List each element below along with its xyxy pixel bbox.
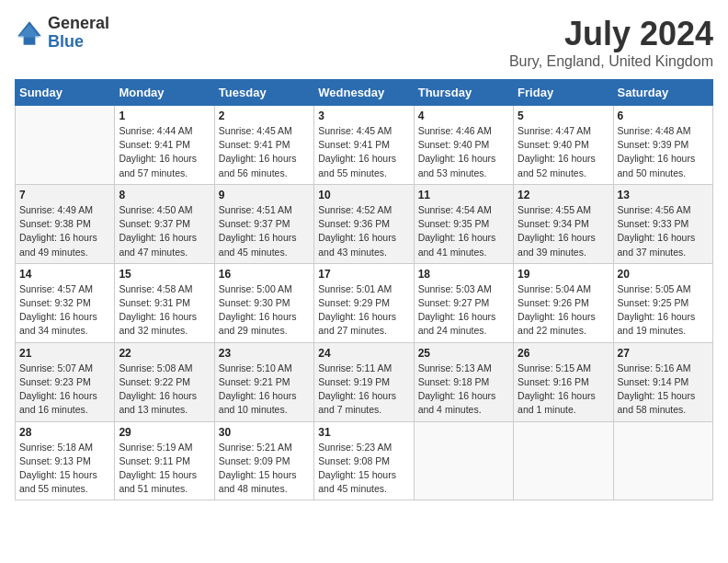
title-area: July 2024 Bury, England, United Kingdom <box>509 15 713 70</box>
day-info: Sunrise: 4:45 AM Sunset: 9:41 PM Dayligh… <box>219 124 310 180</box>
header-row: SundayMondayTuesdayWednesdayThursdayFrid… <box>16 80 713 106</box>
calendar-cell: 8Sunrise: 4:50 AM Sunset: 9:37 PM Daylig… <box>115 184 214 263</box>
week-row-4: 21Sunrise: 5:07 AM Sunset: 9:23 PM Dayli… <box>16 342 713 421</box>
calendar-cell: 26Sunrise: 5:15 AM Sunset: 9:16 PM Dayli… <box>514 342 613 421</box>
column-header-monday: Monday <box>115 80 214 106</box>
calendar-cell: 13Sunrise: 4:56 AM Sunset: 9:33 PM Dayli… <box>613 184 712 263</box>
day-number: 10 <box>318 189 409 201</box>
calendar-cell: 27Sunrise: 5:16 AM Sunset: 9:14 PM Dayli… <box>613 342 712 421</box>
calendar-cell: 29Sunrise: 5:19 AM Sunset: 9:11 PM Dayli… <box>115 421 214 500</box>
day-number: 14 <box>19 268 110 281</box>
calendar-cell <box>16 106 115 185</box>
calendar-cell: 3Sunrise: 4:45 AM Sunset: 9:41 PM Daylig… <box>314 106 414 185</box>
calendar-cell <box>613 421 712 500</box>
day-info: Sunrise: 5:07 AM Sunset: 9:23 PM Dayligh… <box>19 362 110 418</box>
day-info: Sunrise: 4:54 AM Sunset: 9:35 PM Dayligh… <box>418 203 509 259</box>
calendar-cell: 5Sunrise: 4:47 AM Sunset: 9:40 PM Daylig… <box>514 106 613 185</box>
calendar-cell: 9Sunrise: 4:51 AM Sunset: 9:37 PM Daylig… <box>214 184 313 263</box>
day-number: 25 <box>418 347 509 360</box>
day-number: 8 <box>119 189 210 201</box>
day-info: Sunrise: 4:56 AM Sunset: 9:33 PM Dayligh… <box>618 203 709 259</box>
calendar-cell: 7Sunrise: 4:49 AM Sunset: 9:38 PM Daylig… <box>16 184 115 263</box>
day-number: 26 <box>518 347 609 360</box>
day-number: 4 <box>418 109 509 122</box>
day-info: Sunrise: 5:10 AM Sunset: 9:21 PM Dayligh… <box>219 362 310 418</box>
day-info: Sunrise: 4:47 AM Sunset: 9:40 PM Dayligh… <box>518 124 609 180</box>
day-number: 29 <box>119 426 210 439</box>
week-row-5: 28Sunrise: 5:18 AM Sunset: 9:13 PM Dayli… <box>16 421 713 500</box>
day-info: Sunrise: 5:00 AM Sunset: 9:30 PM Dayligh… <box>219 282 310 339</box>
calendar-cell: 2Sunrise: 4:45 AM Sunset: 9:41 PM Daylig… <box>214 106 313 185</box>
day-number: 18 <box>418 268 509 281</box>
day-number: 3 <box>318 109 409 122</box>
day-info: Sunrise: 5:16 AM Sunset: 9:14 PM Dayligh… <box>618 362 709 418</box>
week-row-1: 1Sunrise: 4:44 AM Sunset: 9:41 PM Daylig… <box>16 106 713 185</box>
logo-blue-label: Blue <box>48 33 109 52</box>
day-info: Sunrise: 4:49 AM Sunset: 9:38 PM Dayligh… <box>19 203 110 259</box>
column-header-tuesday: Tuesday <box>214 80 313 106</box>
calendar-cell: 14Sunrise: 4:57 AM Sunset: 9:32 PM Dayli… <box>16 263 115 342</box>
logo-general-label: General <box>48 15 109 33</box>
week-row-2: 7Sunrise: 4:49 AM Sunset: 9:38 PM Daylig… <box>16 184 713 263</box>
day-number: 16 <box>219 268 310 281</box>
column-header-wednesday: Wednesday <box>314 80 414 106</box>
day-number: 12 <box>518 189 609 201</box>
calendar-cell: 12Sunrise: 4:55 AM Sunset: 9:34 PM Dayli… <box>514 184 613 263</box>
calendar-cell: 18Sunrise: 5:03 AM Sunset: 9:27 PM Dayli… <box>414 263 513 342</box>
calendar-cell: 11Sunrise: 4:54 AM Sunset: 9:35 PM Dayli… <box>414 184 513 263</box>
day-info: Sunrise: 5:19 AM Sunset: 9:11 PM Dayligh… <box>119 441 210 497</box>
column-header-friday: Friday <box>514 80 613 106</box>
day-info: Sunrise: 4:48 AM Sunset: 9:39 PM Dayligh… <box>618 124 709 180</box>
day-number: 30 <box>219 426 310 439</box>
day-info: Sunrise: 4:50 AM Sunset: 9:37 PM Dayligh… <box>119 203 210 259</box>
calendar-cell <box>414 421 513 500</box>
page-header: General Blue July 2024 Bury, England, Un… <box>15 15 713 70</box>
calendar-cell: 19Sunrise: 5:04 AM Sunset: 9:26 PM Dayli… <box>514 263 613 342</box>
day-info: Sunrise: 4:45 AM Sunset: 9:41 PM Dayligh… <box>318 124 409 180</box>
day-number: 15 <box>119 268 210 281</box>
day-info: Sunrise: 5:15 AM Sunset: 9:16 PM Dayligh… <box>518 362 609 418</box>
calendar-cell: 1Sunrise: 4:44 AM Sunset: 9:41 PM Daylig… <box>115 106 214 185</box>
calendar-cell: 24Sunrise: 5:11 AM Sunset: 9:19 PM Dayli… <box>314 342 414 421</box>
day-number: 28 <box>19 426 110 439</box>
calendar-header: SundayMondayTuesdayWednesdayThursdayFrid… <box>16 80 713 106</box>
day-number: 5 <box>518 109 609 122</box>
day-info: Sunrise: 4:55 AM Sunset: 9:34 PM Dayligh… <box>518 203 609 259</box>
day-number: 2 <box>219 109 310 122</box>
month-title: July 2024 <box>509 15 713 53</box>
location-title: Bury, England, United Kingdom <box>509 53 713 70</box>
day-info: Sunrise: 4:44 AM Sunset: 9:41 PM Dayligh… <box>119 124 210 180</box>
logo-text: General Blue <box>48 15 109 52</box>
day-info: Sunrise: 4:52 AM Sunset: 9:36 PM Dayligh… <box>318 203 409 259</box>
column-header-saturday: Saturday <box>613 80 712 106</box>
day-number: 6 <box>618 109 709 122</box>
day-info: Sunrise: 4:46 AM Sunset: 9:40 PM Dayligh… <box>418 124 509 180</box>
day-number: 13 <box>618 189 709 201</box>
day-info: Sunrise: 5:18 AM Sunset: 9:13 PM Dayligh… <box>19 441 110 497</box>
calendar-cell <box>514 421 613 500</box>
day-number: 7 <box>19 189 110 201</box>
day-info: Sunrise: 5:04 AM Sunset: 9:26 PM Dayligh… <box>518 282 609 339</box>
day-number: 1 <box>119 109 210 122</box>
day-number: 23 <box>219 347 310 360</box>
calendar-cell: 30Sunrise: 5:21 AM Sunset: 9:09 PM Dayli… <box>214 421 313 500</box>
day-info: Sunrise: 4:57 AM Sunset: 9:32 PM Dayligh… <box>19 282 110 339</box>
day-number: 24 <box>318 347 409 360</box>
calendar-cell: 31Sunrise: 5:23 AM Sunset: 9:08 PM Dayli… <box>314 421 414 500</box>
column-header-sunday: Sunday <box>16 80 115 106</box>
calendar-cell: 10Sunrise: 4:52 AM Sunset: 9:36 PM Dayli… <box>314 184 414 263</box>
week-row-3: 14Sunrise: 4:57 AM Sunset: 9:32 PM Dayli… <box>16 263 713 342</box>
day-info: Sunrise: 5:08 AM Sunset: 9:22 PM Dayligh… <box>119 362 210 418</box>
calendar-cell: 21Sunrise: 5:07 AM Sunset: 9:23 PM Dayli… <box>16 342 115 421</box>
calendar-cell: 28Sunrise: 5:18 AM Sunset: 9:13 PM Dayli… <box>16 421 115 500</box>
day-info: Sunrise: 5:13 AM Sunset: 9:18 PM Dayligh… <box>418 362 509 418</box>
day-info: Sunrise: 5:11 AM Sunset: 9:19 PM Dayligh… <box>318 362 409 418</box>
day-info: Sunrise: 5:05 AM Sunset: 9:25 PM Dayligh… <box>618 282 709 339</box>
calendar-cell: 22Sunrise: 5:08 AM Sunset: 9:22 PM Dayli… <box>115 342 214 421</box>
calendar-cell: 20Sunrise: 5:05 AM Sunset: 9:25 PM Dayli… <box>613 263 712 342</box>
calendar-cell: 6Sunrise: 4:48 AM Sunset: 9:39 PM Daylig… <box>613 106 712 185</box>
day-number: 31 <box>318 426 409 439</box>
calendar-cell: 16Sunrise: 5:00 AM Sunset: 9:30 PM Dayli… <box>214 263 313 342</box>
day-number: 27 <box>618 347 709 360</box>
day-info: Sunrise: 5:23 AM Sunset: 9:08 PM Dayligh… <box>318 441 409 497</box>
